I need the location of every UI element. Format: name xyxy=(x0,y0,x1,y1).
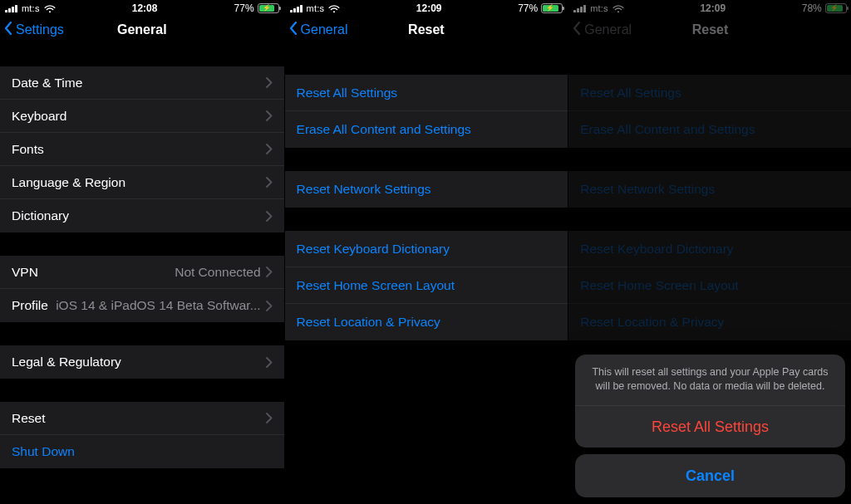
wifi-icon xyxy=(328,4,340,12)
sheet-message: This will reset all settings and your Ap… xyxy=(575,355,845,406)
list-row: Reset Home Screen Layout xyxy=(568,267,851,304)
battery-percent: 78% xyxy=(802,2,822,14)
battery-icon: ⚡ xyxy=(825,3,847,13)
row-label: VPN xyxy=(12,265,38,280)
sheet-destructive-button[interactable]: Reset All Settings xyxy=(575,406,845,448)
status-left: mt:s xyxy=(290,3,341,13)
chevron-right-icon xyxy=(266,357,273,368)
battery-icon: ⚡ xyxy=(258,3,279,13)
signal-icon xyxy=(290,4,303,12)
row-label: Reset Location & Privacy xyxy=(580,315,724,330)
status-right: 78%⚡ xyxy=(802,2,847,14)
wifi-icon xyxy=(44,4,56,12)
row-label: Date & Time xyxy=(12,76,82,91)
list-row[interactable]: Date & Time xyxy=(0,66,284,100)
list-row[interactable]: Reset All Settings xyxy=(285,75,568,111)
wifi-icon xyxy=(612,4,624,12)
list-row[interactable]: Shut Down xyxy=(0,435,284,468)
status-left: mt:s xyxy=(5,3,56,13)
list-section: Legal & Regulatory xyxy=(0,345,284,379)
back-label: General xyxy=(301,22,348,37)
signal-icon xyxy=(573,4,586,12)
list-section: ResetShut Down xyxy=(0,402,284,468)
back-button: General xyxy=(572,15,632,45)
list-row[interactable]: Language & Region xyxy=(0,166,284,199)
back-label: General xyxy=(584,22,632,37)
chevron-right-icon xyxy=(266,301,273,311)
status-bar: mt:s12:0977%⚡ xyxy=(285,0,568,15)
status-time: 12:09 xyxy=(416,2,442,14)
sheet-cancel-button[interactable]: Cancel xyxy=(575,454,845,497)
nav-title: Reset xyxy=(408,22,445,37)
list-row[interactable]: Fonts xyxy=(0,133,284,166)
row-label: Shut Down xyxy=(12,444,75,459)
row-label: Language & Region xyxy=(12,175,125,190)
phone-screen-1: mt:s12:0977%⚡GeneralResetReset All Setti… xyxy=(284,0,568,504)
list-section: Reset Network Settings xyxy=(285,171,568,208)
chevron-left-icon xyxy=(3,21,13,39)
list-row[interactable]: Keyboard xyxy=(0,100,284,133)
nav-title: Reset xyxy=(692,22,729,37)
status-left: mt:s xyxy=(573,3,624,13)
battery-percent: 77% xyxy=(234,2,254,14)
list-row: Erase All Content and Settings xyxy=(568,111,851,148)
back-button[interactable]: General xyxy=(288,15,348,45)
row-label: Keyboard xyxy=(12,109,66,124)
chevron-right-icon xyxy=(266,177,273,188)
list-row[interactable]: Reset Location & Privacy xyxy=(285,304,568,340)
phone-screen-0: mt:s12:0877%⚡SettingsGeneralDate & TimeK… xyxy=(0,0,284,504)
list-row[interactable]: Reset Home Screen Layout xyxy=(285,267,568,304)
back-label: Settings xyxy=(16,22,64,37)
list-section: Reset All SettingsErase All Content and … xyxy=(568,75,851,148)
list-row[interactable]: Legal & Regulatory xyxy=(0,345,284,379)
chevron-left-icon xyxy=(288,21,298,39)
nav-bar: GeneralReset xyxy=(285,15,568,45)
back-button[interactable]: Settings xyxy=(3,15,64,45)
list-row[interactable]: Reset Network Settings xyxy=(285,171,568,208)
list-section: VPNNot ConnectedProfileiOS 14 & iPadOS 1… xyxy=(0,256,284,322)
chevron-left-icon xyxy=(572,21,582,39)
carrier-label: mt:s xyxy=(590,3,608,13)
list-row[interactable]: Reset xyxy=(0,402,284,435)
chevron-right-icon xyxy=(266,144,273,154)
list-section: Reset Keyboard DictionaryReset Home Scre… xyxy=(568,231,851,340)
row-label: Reset Home Screen Layout xyxy=(297,278,455,293)
row-label: Reset All Settings xyxy=(297,86,397,100)
phone-screen-2: mt:s12:0978%⚡GeneralResetReset All Setti… xyxy=(568,0,851,504)
list-row: Reset All Settings xyxy=(568,75,851,111)
list-row[interactable]: ProfileiOS 14 & iPadOS 14 Beta Softwar..… xyxy=(0,289,284,322)
list-row[interactable]: VPNNot Connected xyxy=(0,256,284,289)
row-label: Reset Network Settings xyxy=(297,182,431,197)
list-section: Reset Keyboard DictionaryReset Home Scre… xyxy=(285,231,568,340)
list-row[interactable]: Reset Keyboard Dictionary xyxy=(285,231,568,267)
row-label: Reset Keyboard Dictionary xyxy=(580,242,733,257)
row-value: iOS 14 & iPadOS 14 Beta Softwar... xyxy=(56,298,260,313)
row-label: Profile xyxy=(12,298,48,313)
row-label: Erase All Content and Settings xyxy=(580,122,755,137)
row-label: Reset Location & Privacy xyxy=(297,315,440,330)
status-time: 12:08 xyxy=(132,2,158,14)
list-row[interactable]: Dictionary xyxy=(0,199,284,232)
chevron-right-icon xyxy=(266,211,273,222)
row-label: Reset Home Screen Layout xyxy=(580,278,738,293)
signal-icon xyxy=(5,4,17,12)
row-label: Reset Keyboard Dictionary xyxy=(297,242,450,257)
battery-percent: 77% xyxy=(518,2,538,14)
status-bar: mt:s12:0978%⚡ xyxy=(568,0,851,15)
list-row: Reset Location & Privacy xyxy=(568,304,851,340)
list-section: Reset Network Settings xyxy=(568,171,851,208)
row-label: Dictionary xyxy=(12,208,69,223)
action-sheet: This will reset all settings and your Ap… xyxy=(575,355,845,497)
chevron-right-icon xyxy=(266,110,273,121)
list-section: Date & TimeKeyboardFontsLanguage & Regio… xyxy=(0,66,284,232)
row-value: Not Connected xyxy=(175,265,260,280)
row-label: Fonts xyxy=(12,142,44,157)
carrier-label: mt:s xyxy=(307,3,325,13)
list-row[interactable]: Erase All Content and Settings xyxy=(285,111,568,148)
carrier-label: mt:s xyxy=(22,3,40,13)
row-label: Reset All Settings xyxy=(580,86,681,100)
row-label: Reset xyxy=(12,411,46,426)
battery-icon: ⚡ xyxy=(541,3,563,13)
nav-bar: SettingsGeneral xyxy=(0,15,284,45)
row-label: Legal & Regulatory xyxy=(12,355,121,369)
